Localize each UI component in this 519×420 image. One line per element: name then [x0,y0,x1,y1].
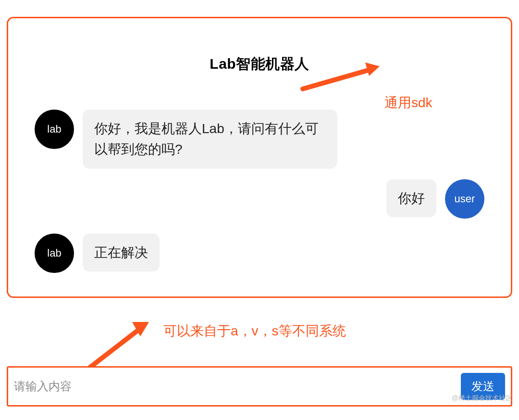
svg-marker-1 [365,62,380,76]
input-panel: 发送 [7,366,512,407]
message-bubble: 你好 [386,179,436,217]
annotation-source-label: 可以来自于a，v，s等不同系统 [163,322,346,340]
message-row-user-1: user 你好 [386,179,484,219]
chat-panel: Lab智能机器人 lab 你好，我是机器人Lab，请问有什么可以帮到您的吗? u… [7,17,512,298]
message-bubble: 你好，我是机器人Lab，请问有什么可以帮到您的吗? [83,110,337,169]
svg-line-0 [303,70,370,89]
message-input[interactable] [12,376,461,397]
avatar-lab: lab [35,110,74,149]
message-row-bot-2: lab 正在解决 [35,234,160,273]
svg-line-2 [86,329,139,370]
annotation-sdk-label: 通用sdk [384,94,432,112]
message-bubble: 正在解决 [83,234,160,272]
watermark: @稀土掘金技术社区 [452,394,512,403]
message-row-bot-1: lab 你好，我是机器人Lab，请问有什么可以帮到您的吗? [35,110,337,169]
chat-title: Lab智能机器人 [8,54,511,74]
arrow-icon [293,62,380,96]
avatar-lab: lab [35,234,74,273]
avatar-user: user [445,179,484,219]
